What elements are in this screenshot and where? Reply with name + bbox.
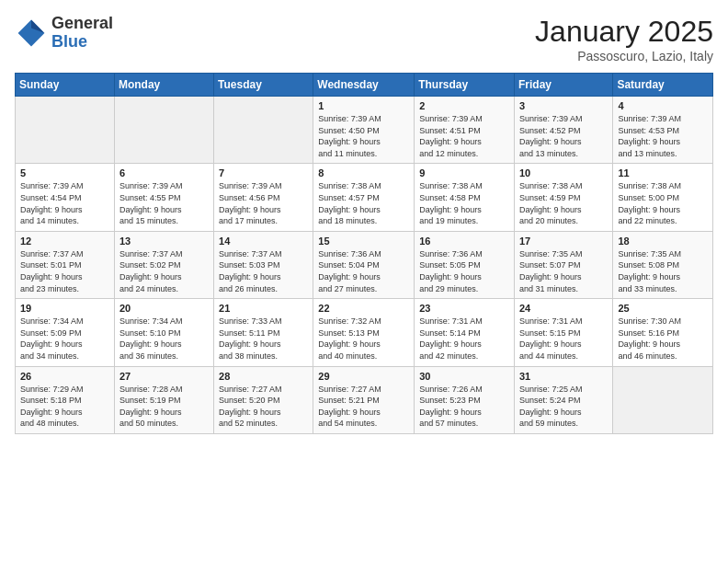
day-number: 2 [419,100,509,111]
table-row: 13Sunrise: 7:37 AMSunset: 5:02 PMDayligh… [114,231,213,298]
day-info: Sunrise: 7:35 AMSunset: 5:07 PMDaylight:… [519,248,608,294]
day-info: Sunrise: 7:38 AMSunset: 4:59 PMDaylight:… [519,180,608,226]
table-row [214,97,313,164]
day-info: Sunrise: 7:27 AMSunset: 5:20 PMDaylight:… [219,384,308,430]
day-number: 3 [519,100,608,111]
day-info: Sunrise: 7:38 AMSunset: 4:57 PMDaylight:… [318,180,409,226]
table-row: 2Sunrise: 7:39 AMSunset: 4:51 PMDaylight… [415,97,515,164]
calendar-title: January 2025 [535,15,713,49]
day-number: 16 [419,236,509,247]
day-info: Sunrise: 7:39 AMSunset: 4:50 PMDaylight:… [318,113,409,159]
day-number: 13 [119,236,209,247]
logo: General Blue [15,15,113,52]
day-number: 29 [318,371,409,382]
day-number: 12 [20,236,109,247]
logo-icon [15,17,48,50]
day-info: Sunrise: 7:39 AMSunset: 4:56 PMDaylight:… [219,180,308,226]
day-info: Sunrise: 7:39 AMSunset: 4:54 PMDaylight:… [20,180,109,226]
day-info: Sunrise: 7:33 AMSunset: 5:11 PMDaylight:… [219,316,308,362]
day-number: 24 [519,303,608,314]
day-info: Sunrise: 7:31 AMSunset: 5:14 PMDaylight:… [419,316,509,362]
header-wednesday: Wednesday [313,74,415,97]
table-row: 4Sunrise: 7:39 AMSunset: 4:53 PMDaylight… [613,97,713,164]
table-row: 19Sunrise: 7:34 AMSunset: 5:09 PMDayligh… [16,299,115,366]
day-info: Sunrise: 7:32 AMSunset: 5:13 PMDaylight:… [318,316,409,362]
table-row: 11Sunrise: 7:38 AMSunset: 5:00 PMDayligh… [613,164,713,231]
header-tuesday: Tuesday [214,74,313,97]
day-info: Sunrise: 7:38 AMSunset: 4:58 PMDaylight:… [419,180,509,226]
day-number: 15 [318,236,409,247]
day-number: 26 [20,371,109,382]
header: General Blue January 2025 Passoscuro, La… [15,15,713,63]
day-info: Sunrise: 7:37 AMSunset: 5:03 PMDaylight:… [219,248,308,294]
day-number: 9 [419,167,509,178]
day-info: Sunrise: 7:29 AMSunset: 5:18 PMDaylight:… [20,384,109,430]
day-number: 5 [20,167,109,178]
table-row: 28Sunrise: 7:27 AMSunset: 5:20 PMDayligh… [214,366,313,433]
table-row [16,97,115,164]
table-row: 1Sunrise: 7:39 AMSunset: 4:50 PMDaylight… [313,97,415,164]
table-row: 16Sunrise: 7:36 AMSunset: 5:05 PMDayligh… [415,231,515,298]
day-info: Sunrise: 7:35 AMSunset: 5:08 PMDaylight:… [618,248,708,294]
table-row [613,366,713,433]
calendar-subtitle: Passoscuro, Lazio, Italy [535,49,713,63]
day-info: Sunrise: 7:37 AMSunset: 5:01 PMDaylight:… [20,248,109,294]
table-row: 29Sunrise: 7:27 AMSunset: 5:21 PMDayligh… [313,366,415,433]
day-info: Sunrise: 7:39 AMSunset: 4:51 PMDaylight:… [419,113,509,159]
table-row: 15Sunrise: 7:36 AMSunset: 5:04 PMDayligh… [313,231,415,298]
table-row: 3Sunrise: 7:39 AMSunset: 4:52 PMDaylight… [514,97,612,164]
table-row: 31Sunrise: 7:25 AMSunset: 5:24 PMDayligh… [514,366,612,433]
day-info: Sunrise: 7:36 AMSunset: 5:04 PMDaylight:… [318,248,409,294]
day-info: Sunrise: 7:37 AMSunset: 5:02 PMDaylight:… [119,248,209,294]
logo-general-text: General [51,15,113,33]
day-number: 4 [618,100,708,111]
day-number: 28 [219,371,308,382]
header-monday: Monday [114,74,213,97]
table-row: 24Sunrise: 7:31 AMSunset: 5:15 PMDayligh… [514,299,612,366]
day-number: 19 [20,303,109,314]
table-row: 14Sunrise: 7:37 AMSunset: 5:03 PMDayligh… [214,231,313,298]
table-row: 26Sunrise: 7:29 AMSunset: 5:18 PMDayligh… [16,366,115,433]
table-row: 21Sunrise: 7:33 AMSunset: 5:11 PMDayligh… [214,299,313,366]
header-thursday: Thursday [415,74,515,97]
table-row: 25Sunrise: 7:30 AMSunset: 5:16 PMDayligh… [613,299,713,366]
day-info: Sunrise: 7:39 AMSunset: 4:53 PMDaylight:… [618,113,708,159]
table-row: 27Sunrise: 7:28 AMSunset: 5:19 PMDayligh… [114,366,213,433]
table-row: 30Sunrise: 7:26 AMSunset: 5:23 PMDayligh… [415,366,515,433]
calendar-header-row: Sunday Monday Tuesday Wednesday Thursday… [16,74,713,97]
table-row [114,97,213,164]
day-number: 21 [219,303,308,314]
calendar-week-row: 12Sunrise: 7:37 AMSunset: 5:01 PMDayligh… [16,231,713,298]
table-row: 23Sunrise: 7:31 AMSunset: 5:14 PMDayligh… [415,299,515,366]
day-number: 20 [119,303,209,314]
table-row: 22Sunrise: 7:32 AMSunset: 5:13 PMDayligh… [313,299,415,366]
day-number: 22 [318,303,409,314]
header-sunday: Sunday [16,74,115,97]
calendar-week-row: 26Sunrise: 7:29 AMSunset: 5:18 PMDayligh… [16,366,713,433]
table-row: 10Sunrise: 7:38 AMSunset: 4:59 PMDayligh… [514,164,612,231]
table-row: 8Sunrise: 7:38 AMSunset: 4:57 PMDaylight… [313,164,415,231]
table-row: 9Sunrise: 7:38 AMSunset: 4:58 PMDaylight… [415,164,515,231]
day-number: 10 [519,167,608,178]
table-row: 20Sunrise: 7:34 AMSunset: 5:10 PMDayligh… [114,299,213,366]
day-info: Sunrise: 7:25 AMSunset: 5:24 PMDaylight:… [519,384,608,430]
calendar-week-row: 1Sunrise: 7:39 AMSunset: 4:50 PMDaylight… [16,97,713,164]
day-number: 11 [618,167,708,178]
day-number: 23 [419,303,509,314]
day-number: 18 [618,236,708,247]
day-number: 27 [119,371,209,382]
header-friday: Friday [514,74,612,97]
calendar-table: Sunday Monday Tuesday Wednesday Thursday… [15,73,713,434]
day-number: 30 [419,371,509,382]
day-info: Sunrise: 7:38 AMSunset: 5:00 PMDaylight:… [618,180,708,226]
day-info: Sunrise: 7:34 AMSunset: 5:10 PMDaylight:… [119,316,209,362]
day-number: 31 [519,371,608,382]
title-block: January 2025 Passoscuro, Lazio, Italy [535,15,713,63]
day-number: 1 [318,100,409,111]
table-row: 18Sunrise: 7:35 AMSunset: 5:08 PMDayligh… [613,231,713,298]
day-number: 8 [318,167,409,178]
day-number: 6 [119,167,209,178]
day-number: 7 [219,167,308,178]
day-info: Sunrise: 7:31 AMSunset: 5:15 PMDaylight:… [519,316,608,362]
logo-blue-text: Blue [51,33,113,52]
